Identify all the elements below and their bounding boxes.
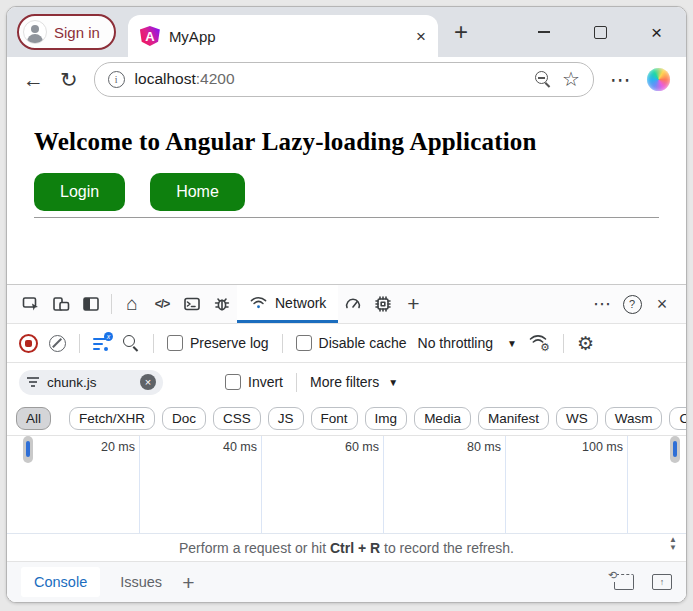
home-button[interactable]: Home (150, 173, 245, 211)
invert-checkbox[interactable]: Invert (225, 374, 283, 390)
chip-font[interactable]: Font (311, 407, 358, 430)
devtools-panel: ⌂ </> Network (7, 284, 686, 602)
clear-filter-icon[interactable]: × (140, 374, 156, 390)
favorite-star-icon[interactable]: ☆ (562, 67, 580, 91)
filter-toggle-icon[interactable]: x (93, 335, 111, 351)
drawer-tab-issues[interactable]: Issues (120, 574, 162, 590)
dock-side-icon[interactable] (76, 289, 106, 319)
refresh-button[interactable]: ↻ (60, 69, 78, 90)
devtools-close-button[interactable]: × (647, 289, 677, 319)
drawer-refresh-icon[interactable] (614, 574, 634, 590)
network-tab[interactable]: Network (237, 285, 338, 323)
screen: Sign in A MyApp × + × ← ↻ i localhost:42… (0, 0, 693, 611)
tab-title: MyApp (169, 28, 407, 45)
signin-label: Sign in (54, 24, 100, 41)
filter-funnel-icon (26, 376, 39, 388)
zoom-out-icon[interactable] (534, 70, 552, 88)
chip-all[interactable]: All (16, 407, 51, 430)
chip-fetch-xhr[interactable]: Fetch/XHR (69, 407, 155, 430)
site-info-icon[interactable]: i (108, 71, 125, 88)
drawer-add-tab-button[interactable]: + (182, 572, 194, 593)
chip-other[interactable]: Other (669, 407, 687, 430)
devtools-tab-bar: ⌂ </> Network (7, 285, 686, 323)
debugger-tab-icon[interactable] (207, 289, 237, 319)
shortcut-key: Ctrl + R (330, 540, 380, 556)
chip-css[interactable]: CSS (213, 407, 261, 430)
page-content: Welcome to Angular Lazy-loading Applicat… (7, 101, 686, 284)
chip-media[interactable]: Media (414, 407, 471, 430)
divider (34, 217, 659, 218)
inspect-element-icon[interactable] (16, 289, 46, 319)
preserve-log-checkbox[interactable]: Preserve log (167, 335, 269, 351)
more-filters-button[interactable]: More filters ▼ (310, 374, 398, 390)
chip-js[interactable]: JS (268, 407, 304, 430)
profile-avatar-icon (23, 20, 47, 44)
welcome-tab-icon[interactable]: ⌂ (117, 289, 147, 319)
chip-wasm[interactable]: Wasm (605, 407, 663, 430)
device-emulation-icon[interactable] (46, 289, 76, 319)
new-tab-button[interactable]: + (454, 20, 468, 44)
filter-row: chunk.js × Invert More filters ▼ (7, 363, 686, 401)
browser-window: Sign in A MyApp × + × ← ↻ i localhost:42… (6, 6, 687, 603)
filter-value: chunk.js (47, 375, 132, 390)
address-bar[interactable]: i localhost:4200 ☆ (94, 62, 594, 97)
timeline-tick-label: 80 ms (391, 440, 501, 454)
overview-right-handle[interactable] (670, 436, 680, 463)
network-empty-message: Perform a request or hit Ctrl + R to rec… (7, 534, 686, 562)
signin-button[interactable]: Sign in (17, 14, 116, 50)
timeline-gridline (261, 436, 262, 533)
tab-close-icon[interactable]: × (416, 28, 426, 45)
copilot-icon[interactable] (647, 68, 670, 91)
devtools-menu-button[interactable]: ⋯ (587, 289, 617, 319)
timeline-gridline (383, 436, 384, 533)
chip-img[interactable]: Img (365, 407, 408, 430)
network-tab-label: Network (275, 295, 326, 311)
network-settings-gear-icon[interactable]: ⚙ (577, 334, 594, 353)
chip-doc[interactable]: Doc (162, 407, 206, 430)
devtools-help-button[interactable]: ? (617, 289, 647, 319)
performance-tab-icon[interactable] (338, 289, 368, 319)
drawer-expand-icon[interactable]: ↑ (652, 574, 672, 590)
elements-tab-icon[interactable]: </> (147, 289, 177, 319)
timeline-gridline (627, 436, 628, 533)
clear-network-log-icon[interactable] (49, 335, 66, 352)
tab-strip: Sign in A MyApp × + × (7, 7, 686, 57)
scroll-down-icon: ▼ (669, 544, 677, 552)
console-tab-icon[interactable] (177, 289, 207, 319)
minimize-button[interactable] (538, 31, 550, 33)
wifi-icon (249, 294, 268, 311)
timeline-tick-label: 40 ms (147, 440, 257, 454)
dropdown-arrow-icon: ▼ (507, 338, 517, 349)
browser-tab[interactable]: A MyApp × (128, 15, 438, 57)
browser-menu-button[interactable]: ⋯ (610, 69, 631, 90)
record-network-log-button[interactable] (19, 334, 38, 353)
resource-type-filter-row: AllFetch/XHRDocCSSJSFontImgMediaManifest… (7, 401, 686, 436)
timeline-gridline (505, 436, 506, 533)
throttling-dropdown[interactable]: No throttling ▼ (418, 335, 517, 351)
drawer-tab-console[interactable]: Console (21, 567, 100, 597)
url-text: localhost:4200 (135, 70, 235, 88)
timeline-tick-label: 100 ms (513, 440, 623, 454)
chip-manifest[interactable]: Manifest (478, 407, 549, 430)
search-icon[interactable] (122, 334, 140, 352)
network-overview-timeline[interactable]: 20 ms40 ms60 ms80 ms100 ms (7, 436, 686, 534)
devtools-drawer: Console Issues + ↑ (7, 562, 686, 602)
scroll-spinner[interactable]: ▲ ▼ (669, 536, 677, 552)
maximize-button[interactable] (594, 26, 607, 39)
window-close-button[interactable]: × (651, 23, 662, 42)
disable-cache-checkbox[interactable]: Disable cache (296, 335, 407, 351)
chip-ws[interactable]: WS (556, 407, 598, 430)
login-button[interactable]: Login (34, 173, 125, 211)
memory-tab-icon[interactable] (368, 289, 398, 319)
timeline-tick-label: 20 ms (25, 440, 135, 454)
network-toolbar: x Preserve log Disable cache No throttli… (7, 323, 686, 363)
filter-input[interactable]: chunk.js × (19, 370, 163, 395)
navigation-bar: ← ↻ i localhost:4200 ☆ ⋯ (7, 57, 686, 101)
angular-favicon-icon: A (140, 26, 160, 46)
more-tabs-button[interactable]: + (398, 289, 428, 319)
page-title: Welcome to Angular Lazy-loading Applicat… (34, 128, 659, 156)
back-button[interactable]: ← (23, 69, 44, 90)
network-conditions-icon[interactable]: ⚙ (528, 333, 550, 353)
window-controls: × (538, 23, 676, 42)
dropdown-arrow-icon: ▼ (388, 377, 398, 388)
